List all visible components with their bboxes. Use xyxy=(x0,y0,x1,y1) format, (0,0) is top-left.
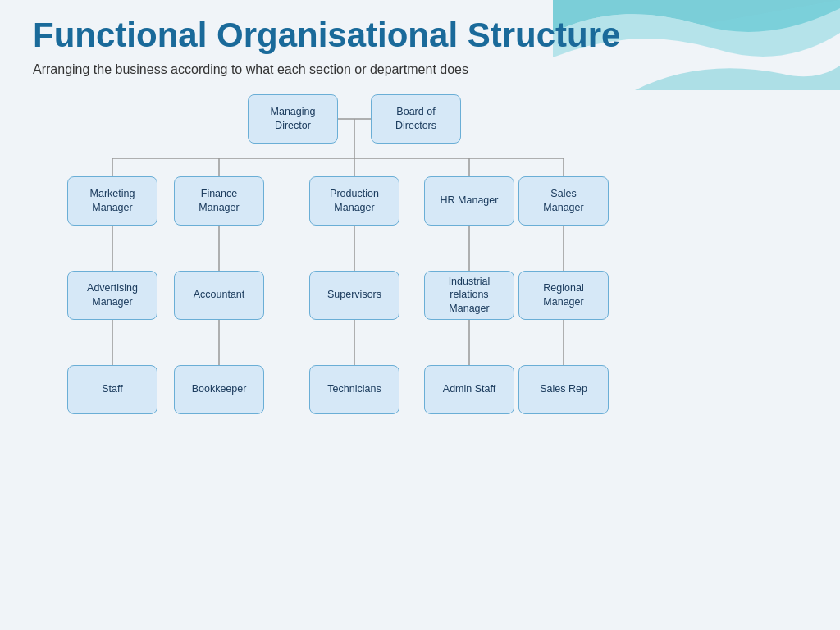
node-bookkeeper: Bookkeeper xyxy=(174,365,264,414)
node-staff: Staff xyxy=(67,365,158,414)
page-subtitle: Arranging the business according to what… xyxy=(33,61,807,79)
page-container: Functional Organisational Structure Arra… xyxy=(0,0,840,504)
node-managing-director: Managing Director xyxy=(248,94,338,144)
node-marketing-manager: MarketingManager xyxy=(67,176,158,226)
node-accountant: Accountant xyxy=(174,271,264,320)
page-title: Functional Organisational Structure xyxy=(33,16,807,54)
node-advertising-manager: AdvertisingManager xyxy=(67,271,158,320)
node-finance-manager: FinanceManager xyxy=(174,176,264,226)
node-admin-staff: Admin Staff xyxy=(424,365,514,414)
org-chart: Managing Director Board of Directors Mar… xyxy=(34,94,806,496)
node-supervisors: Supervisors xyxy=(309,271,399,320)
node-board-of-directors: Board of Directors xyxy=(371,94,461,144)
node-industrial-relations: IndustrialrelationsManager xyxy=(424,271,514,320)
node-sales-rep: Sales Rep xyxy=(518,365,609,414)
node-hr-manager: HR Manager xyxy=(424,176,514,226)
node-regional-manager: RegionalManager xyxy=(518,271,609,320)
node-technicians: Technicians xyxy=(309,365,399,414)
node-sales-manager: SalesManager xyxy=(518,176,609,226)
node-production-manager: ProductionManager xyxy=(309,176,399,226)
